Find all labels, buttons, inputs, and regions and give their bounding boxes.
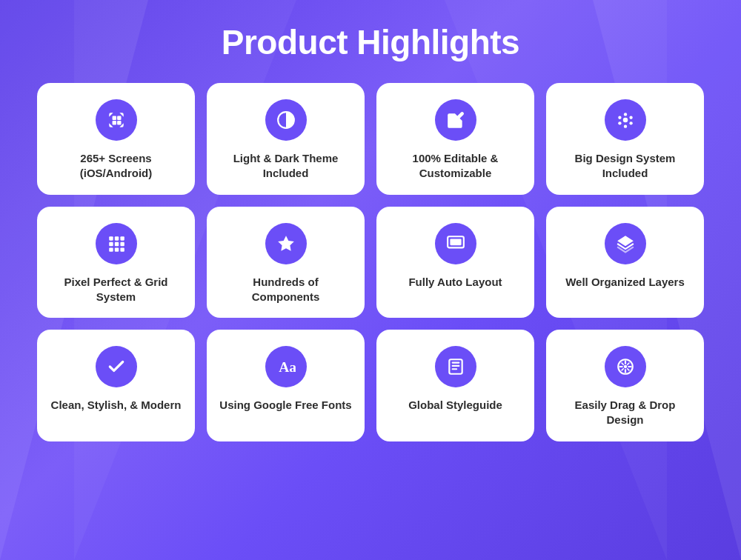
svg-point-5 <box>622 118 628 123</box>
svg-text:Aa: Aa <box>279 359 296 375</box>
svg-point-6 <box>623 113 626 116</box>
editable-icon <box>435 99 476 141</box>
auto-layout-icon <box>435 223 476 264</box>
page-container: Product Highlights 265+ Screens (iOS/And… <box>0 0 741 560</box>
card-design-system-label: Big Design System Included <box>558 151 692 181</box>
card-clean: Clean, Stylish, & Modern <box>37 330 195 441</box>
highlights-grid: 265+ Screens (iOS/Android) Light & Dark … <box>37 83 704 441</box>
card-editable: 100% Editable & Customizable <box>376 83 534 195</box>
card-screens: 265+ Screens (iOS/Android) <box>37 83 195 195</box>
clean-icon <box>96 346 137 387</box>
fonts-icon: Aa <box>265 346 307 387</box>
svg-rect-1 <box>117 116 121 120</box>
card-styleguide: Global Styleguide <box>376 330 534 441</box>
svg-rect-18 <box>109 247 113 251</box>
card-components: Hundreds of Components <box>207 207 365 319</box>
card-layers: Well Organized Layers <box>546 207 704 319</box>
card-layers-label: Well Organized Layers <box>565 275 685 290</box>
svg-rect-17 <box>120 241 124 245</box>
design-system-icon <box>605 99 646 141</box>
svg-rect-19 <box>114 247 118 251</box>
card-components-label: Hundreds of Components <box>219 275 353 305</box>
svg-point-10 <box>618 121 621 124</box>
card-auto-layout: Fully Auto Layout <box>376 207 534 319</box>
svg-rect-14 <box>120 236 124 240</box>
svg-rect-22 <box>450 239 461 245</box>
styleguide-icon <box>435 346 476 387</box>
card-drag-drop-label: Easily Drag & Drop Design <box>558 398 692 428</box>
svg-point-8 <box>629 121 632 124</box>
drag-drop-icon <box>605 346 646 387</box>
svg-rect-15 <box>109 241 113 245</box>
svg-rect-12 <box>109 236 113 240</box>
svg-point-11 <box>618 116 621 119</box>
card-auto-layout-label: Fully Auto Layout <box>408 275 502 290</box>
card-fonts: Aa Using Google Free Fonts <box>207 330 365 441</box>
grid-icon <box>96 223 137 264</box>
card-pixel-perfect-label: Pixel Perfect & Grid System <box>49 275 183 305</box>
page-title: Product Highlights <box>222 22 519 62</box>
card-screens-label: 265+ Screens (iOS/Android) <box>49 151 183 181</box>
components-icon <box>265 223 307 264</box>
layers-icon <box>605 223 646 264</box>
svg-rect-13 <box>114 236 118 240</box>
light-dark-icon <box>265 99 307 141</box>
svg-rect-0 <box>112 116 116 120</box>
screens-icon <box>96 99 137 141</box>
card-design-system: Big Design System Included <box>546 83 704 195</box>
card-editable-label: 100% Editable & Customizable <box>388 151 522 181</box>
svg-point-7 <box>629 116 632 119</box>
card-drag-drop: Easily Drag & Drop Design <box>546 330 704 441</box>
card-light-dark-label: Light & Dark Theme Included <box>219 151 353 181</box>
card-pixel-perfect: Pixel Perfect & Grid System <box>37 207 195 319</box>
svg-point-26 <box>623 365 626 368</box>
card-clean-label: Clean, Stylish, & Modern <box>51 398 182 413</box>
svg-rect-20 <box>120 247 124 251</box>
card-light-dark: Light & Dark Theme Included <box>207 83 365 195</box>
svg-rect-3 <box>117 121 121 124</box>
card-styleguide-label: Global Styleguide <box>408 398 502 413</box>
svg-rect-2 <box>112 121 116 124</box>
svg-point-9 <box>623 125 626 128</box>
card-fonts-label: Using Google Free Fonts <box>219 398 351 413</box>
svg-rect-16 <box>114 241 118 245</box>
